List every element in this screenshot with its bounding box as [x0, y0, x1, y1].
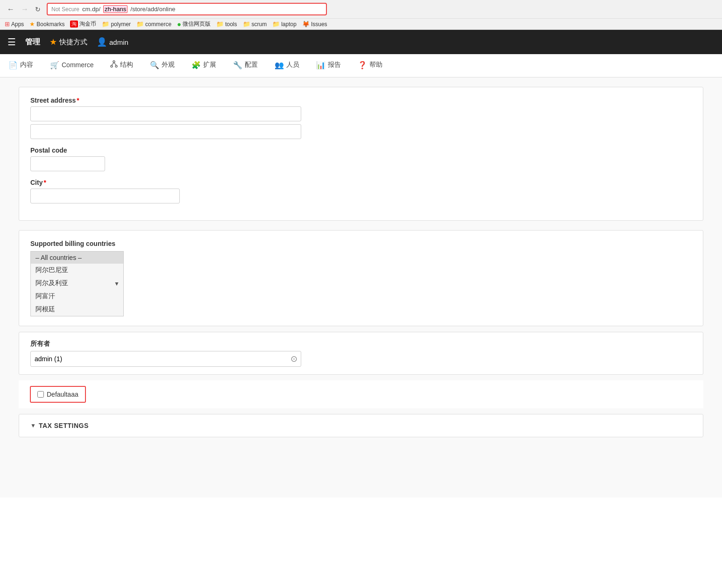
address-bar[interactable]: Not Secure cm.dp/zh-hans/store/add/onlin…: [47, 3, 327, 15]
street-address-label: Street address*: [30, 97, 692, 104]
bookmark-commerce-label: commerce: [145, 21, 171, 28]
url-part2: /store/add/online: [130, 6, 175, 13]
forward-button[interactable]: →: [19, 4, 31, 14]
bookmark-bookmarks-label: Bookmarks: [36, 21, 64, 28]
admin-label: admin: [109, 38, 128, 46]
tax-settings-section: ▼ TAX SETTINGS: [19, 414, 703, 437]
svg-point-1: [111, 65, 113, 67]
commerce-icon: 🛒: [50, 61, 59, 70]
hamburger-button[interactable]: ☰: [7, 36, 16, 48]
country-option-all[interactable]: – All countries –: [31, 252, 123, 264]
url-highlight: zh-hans: [103, 5, 127, 13]
svg-line-4: [114, 63, 116, 65]
postal-code-input[interactable]: [30, 156, 105, 171]
main-content: Street address* Postal code City* Suppor…: [0, 77, 722, 497]
browser-toolbar: ← → ↻ Not Secure cm.dp/zh-hans/store/add…: [0, 0, 722, 18]
apps-icon: ⊞: [5, 21, 10, 28]
bookmark-taobao[interactable]: 淘 淘金币: [70, 20, 96, 28]
reports-icon: 📊: [316, 61, 326, 70]
site-label: 管理: [25, 37, 40, 47]
svg-point-2: [115, 65, 117, 67]
tax-arrow-icon: ▼: [30, 422, 36, 429]
nav-item-content[interactable]: 📄 内容: [0, 54, 42, 77]
extend-icon: 🧩: [191, 61, 201, 70]
nav-item-appearance[interactable]: 🔍 外观: [142, 54, 183, 77]
nav-item-reports[interactable]: 📊 报告: [308, 54, 349, 77]
shortcuts-button[interactable]: ★ 快捷方式: [50, 37, 87, 47]
admin-button[interactable]: 👤 admin: [97, 37, 128, 47]
bookmark-laptop-label: laptop: [281, 21, 297, 28]
reload-button[interactable]: ↻: [33, 4, 43, 14]
bookmark-apps-label: Apps: [11, 21, 24, 28]
address-section: Street address* Postal code City*: [19, 87, 703, 221]
default-checkbox-wrapper[interactable]: Defaultaaa: [30, 386, 86, 403]
countries-listbox[interactable]: – All countries – 阿尔巴尼亚 阿尔及利亚 阿富汗 阿根廷 ▼: [30, 251, 124, 316]
nav-item-config[interactable]: 🔧 配置: [225, 54, 266, 77]
fox-icon: 🦊: [302, 21, 310, 28]
taobao-icon: 淘: [70, 21, 78, 28]
nav-item-people[interactable]: 👥 人员: [266, 54, 308, 77]
street-address-input-1[interactable]: [30, 106, 301, 121]
app-header: ☰ 管理 ★ 快捷方式 👤 admin: [0, 30, 722, 54]
bookmark-apps[interactable]: ⊞ Apps: [5, 21, 24, 28]
owner-select-wrapper: admin (1) ⊙: [30, 351, 301, 367]
structure-icon: [110, 60, 118, 70]
countries-listbox-wrapper: – All countries – 阿尔巴尼亚 阿尔及利亚 阿富汗 阿根廷 ▼: [30, 251, 692, 316]
street-address-field: Street address*: [30, 97, 692, 139]
billing-countries-section: Supported billing countries – All countr…: [19, 230, 703, 326]
bookmark-scrum-label: scrum: [252, 21, 267, 28]
folder-icon: 📁: [272, 21, 280, 28]
nav-item-extend[interactable]: 🧩 扩展: [183, 54, 225, 77]
wechat-icon: ●: [177, 20, 181, 28]
folder-icon: 📁: [102, 21, 109, 28]
bookmark-polymer-label: polymer: [111, 21, 131, 28]
svg-point-0: [113, 61, 115, 63]
tax-settings-title: TAX SETTINGS: [39, 422, 89, 429]
billing-countries-label: Supported billing countries: [30, 240, 692, 247]
appearance-icon: 🔍: [150, 61, 159, 70]
tax-settings-header[interactable]: ▼ TAX SETTINGS: [30, 422, 692, 429]
city-input[interactable]: [30, 189, 180, 203]
owner-section: 所有者 admin (1) ⊙: [19, 332, 703, 375]
country-option-afghanistan[interactable]: 阿富汗: [31, 290, 123, 303]
city-field: City*: [30, 179, 692, 203]
street-address-input-2[interactable]: [30, 124, 301, 139]
help-icon: ❓: [358, 61, 367, 70]
nav-item-commerce[interactable]: 🛒 Commerce: [42, 54, 102, 77]
folder-icon: 📁: [243, 21, 250, 28]
person-icon: 👤: [97, 37, 107, 47]
country-option-algeria[interactable]: 阿尔及利亚: [31, 277, 123, 290]
bookmark-bookmarks[interactable]: ★ Bookmarks: [29, 21, 64, 28]
city-required-indicator: *: [43, 179, 46, 186]
country-option-albania[interactable]: 阿尔巴尼亚: [31, 264, 123, 277]
bookmark-scrum[interactable]: 📁 scrum: [243, 21, 267, 28]
bookmark-wechat-label: 微信网页版: [183, 20, 211, 28]
config-icon: 🔧: [233, 61, 242, 70]
country-option-argentina[interactable]: 阿根廷: [31, 303, 123, 316]
owner-select[interactable]: admin (1): [30, 351, 301, 367]
folder-icon: 📁: [136, 21, 144, 28]
star-icon: ★: [29, 21, 35, 28]
bookmark-commerce[interactable]: 📁 commerce: [136, 21, 171, 28]
nav-item-structure[interactable]: 结构: [102, 54, 142, 77]
back-button[interactable]: ←: [5, 4, 17, 14]
bookmark-issues-label: Issues: [311, 21, 327, 28]
nav-item-help[interactable]: ❓ 帮助: [349, 54, 391, 77]
bookmarks-bar: ⊞ Apps ★ Bookmarks 淘 淘金币 📁 polymer 📁 com…: [0, 18, 722, 29]
default-checkbox[interactable]: [37, 391, 44, 398]
bookmark-polymer[interactable]: 📁 polymer: [102, 21, 131, 28]
folder-icon: 📁: [216, 21, 224, 28]
bookmark-tools[interactable]: 📁 tools: [216, 21, 237, 28]
bookmark-issues[interactable]: 🦊 Issues: [302, 21, 327, 28]
bookmark-laptop[interactable]: 📁 laptop: [272, 21, 297, 28]
owner-label: 所有者: [30, 340, 692, 348]
bookmark-taobao-label: 淘金币: [79, 20, 96, 28]
svg-line-3: [112, 63, 114, 65]
bookmark-wechat[interactable]: ● 微信网页版: [177, 20, 211, 28]
url-part1: cm.dp/: [82, 6, 100, 13]
postal-code-label: Postal code: [30, 147, 692, 154]
default-checkbox-label: Defaultaaa: [47, 391, 78, 398]
content-icon: 📄: [8, 61, 18, 70]
bookmark-tools-label: tools: [225, 21, 237, 28]
city-label: City*: [30, 179, 692, 186]
